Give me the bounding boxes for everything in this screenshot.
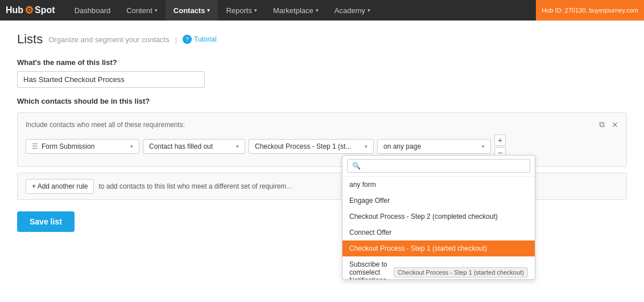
dropdown-item-label: Subscribe to comselect Notifications	[349, 260, 394, 279]
list-name-label: What's the name of this list?	[17, 58, 627, 67]
form-submission-dropdown[interactable]: ☰ Form Submission ▾	[26, 139, 139, 154]
contact-filled-label: Contact has filled out	[149, 142, 213, 150]
chevron-down-icon: ▾	[130, 144, 133, 149]
dropdown-item-label: Checkout Process - Step 2 (completed che…	[349, 213, 498, 221]
hub-id-text: Hub ID: 270130, buyerjourney.com	[542, 7, 638, 14]
add-rule-link-text: ...	[286, 182, 292, 190]
copy-rule-button[interactable]: ⧉	[597, 119, 607, 130]
nav-label-reports: Reports	[226, 6, 252, 15]
chevron-down-icon: ▾	[236, 144, 239, 149]
add-rule-container: + Add another rule to add contacts to th…	[17, 173, 627, 200]
chevron-down-icon: ▾	[155, 7, 158, 13]
dropdown-item-connect-offer[interactable]: Connect Offer	[342, 225, 535, 240]
nav-item-academy[interactable]: Academy ▾	[327, 0, 378, 21]
save-list-button[interactable]: Save list	[17, 211, 75, 232]
rule-actions: ⧉ ✕	[597, 119, 621, 130]
navbar: Hub⚙Spot Dashboard Content ▾ Contacts ▾ …	[0, 0, 644, 21]
chevron-down-icon: ▾	[365, 144, 368, 149]
chevron-down-icon: ▾	[368, 7, 370, 13]
contacts-label: Which contacts should be in this list?	[17, 97, 627, 105]
logo-text: Hub	[6, 5, 23, 15]
page-title: Lists	[17, 32, 43, 47]
page-subtitle: Organize and segment your contacts	[48, 35, 169, 44]
add-rule-button[interactable]: + Add another rule	[26, 179, 94, 194]
nav-item-contacts[interactable]: Contacts ▾	[166, 0, 218, 21]
dropdown-search-container	[342, 156, 535, 177]
logo[interactable]: Hub⚙Spot	[6, 4, 55, 17]
tutorial-label: Tutorial	[194, 35, 217, 43]
list-name-input[interactable]	[17, 71, 205, 88]
form-submission-label: Form Submission	[42, 142, 94, 150]
sprocket-icon: ⚙	[24, 4, 34, 17]
dropdown-search-input[interactable]	[347, 159, 530, 173]
rule-header: Include contacts who meet all of these r…	[26, 121, 618, 129]
dropdown-item-any-form[interactable]: any form	[342, 177, 535, 193]
form-dropdown-menu: any form Engage Offer Checkout Process -…	[342, 155, 535, 280]
dropdown-item-label: any form	[349, 181, 376, 189]
page-label: on any page	[383, 142, 421, 150]
dropdown-item-subscribe[interactable]: Subscribe to comselect Notifications Che…	[342, 256, 535, 279]
nav-label-dashboard: Dashboard	[75, 6, 111, 15]
checkout-step-label: Checkout Process - Step 1 (st...	[255, 142, 351, 150]
chevron-down-icon: ▾	[316, 7, 319, 13]
dropdown-item-engage-offer[interactable]: Engage Offer	[342, 193, 535, 209]
nav-label-content: Content	[126, 6, 152, 15]
selected-badge: Checkout Process - Step 1 (started check…	[394, 267, 528, 277]
dropdown-item-label: Engage Offer	[349, 197, 390, 205]
add-condition-button[interactable]: +	[494, 134, 506, 146]
logo-text2: Spot	[35, 5, 55, 15]
contacts-section: Which contacts should be in this list? I…	[17, 97, 627, 200]
nav-item-reports[interactable]: Reports ▾	[218, 0, 265, 21]
remove-rule-button[interactable]: ✕	[609, 119, 621, 130]
tutorial-link[interactable]: ? Tutorial	[183, 35, 217, 44]
separator: |	[175, 35, 177, 44]
tutorial-icon: ?	[183, 35, 192, 44]
hub-banner: Hub ID: 270130, buyerjourney.com	[536, 0, 644, 21]
nav-item-marketplace[interactable]: Marketplace ▾	[265, 0, 327, 21]
page-dropdown[interactable]: on any page ▾	[377, 139, 491, 154]
checkout-step-dropdown[interactable]: Checkout Process - Step 1 (st... ▾	[249, 139, 374, 154]
dropdown-list: any form Engage Offer Checkout Process -…	[342, 177, 535, 279]
contact-filled-dropdown[interactable]: Contact has filled out ▾	[143, 139, 245, 154]
chevron-down-icon: ▾	[207, 7, 210, 13]
rule-row: ☰ Form Submission ▾ Contact has filled o…	[26, 134, 618, 158]
nav-label-academy: Academy	[335, 6, 365, 15]
nav-label-contacts: Contacts	[174, 6, 205, 15]
add-rule-label: + Add another rule	[32, 182, 88, 190]
add-rule-text: to add contacts to this list who meet a …	[98, 182, 292, 190]
form-icon: ☰	[32, 142, 38, 150]
chevron-down-icon: ▾	[254, 7, 257, 13]
page-content: Lists Organize and segment your contacts…	[0, 21, 644, 302]
save-label: Save list	[30, 217, 62, 226]
dropdown-item-label: Checkout Process - Step 1 (started check…	[349, 244, 487, 252]
rule-container: Include contacts who meet all of these r…	[17, 112, 627, 167]
page-header: Lists Organize and segment your contacts…	[17, 32, 627, 47]
nav-item-dashboard[interactable]: Dashboard	[67, 0, 119, 21]
hubspot-logo: Hub⚙Spot	[6, 4, 55, 17]
list-name-section: What's the name of this list?	[17, 58, 627, 88]
dropdown-item-label: Connect Offer	[349, 228, 391, 236]
chevron-down-icon: ▾	[482, 144, 485, 149]
nav-label-marketplace: Marketplace	[273, 6, 313, 15]
dropdown-item-checkout-step2[interactable]: Checkout Process - Step 2 (completed che…	[342, 209, 535, 225]
nav-items: Dashboard Content ▾ Contacts ▾ Reports ▾…	[67, 0, 556, 21]
dropdown-item-checkout-step1[interactable]: Checkout Process - Step 1 (started check…	[342, 240, 535, 256]
nav-item-content[interactable]: Content ▾	[118, 0, 166, 21]
